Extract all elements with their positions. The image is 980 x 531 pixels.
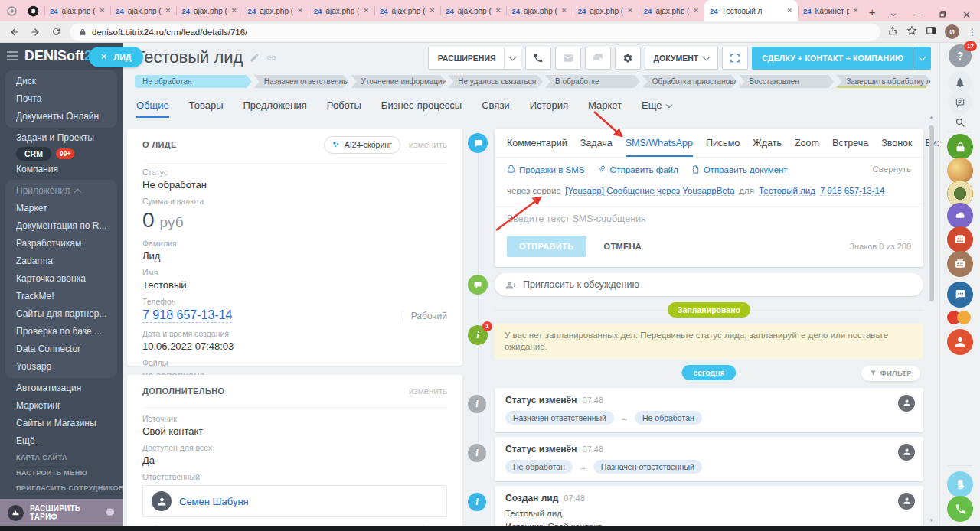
extensions-button[interactable]: РАСШИРЕНИЯ — [428, 47, 521, 70]
browser-extension-icon[interactable] — [24, 2, 41, 19]
call-button[interactable] — [525, 47, 551, 70]
sidebar-item[interactable]: TrackMe! — [5, 288, 117, 305]
sidebar-item[interactable]: Zadarma — [5, 252, 117, 270]
crm-brown-app-icon[interactable] — [947, 251, 973, 277]
edit-pencil-icon[interactable] — [250, 47, 260, 67]
edit-about-link[interactable]: изменить — [409, 140, 447, 149]
tab-close-icon[interactable]: ✕ — [853, 7, 859, 15]
address-bar[interactable]: denisoft.bitrix24.ru/crm/lead/details/71… — [70, 24, 880, 41]
payments-app-icon[interactable] — [947, 309, 973, 326]
sidebar-item[interactable]: Диск — [5, 73, 117, 90]
activity-tab[interactable]: Письмо — [706, 129, 740, 157]
tab-close-icon[interactable]: ✕ — [495, 7, 501, 15]
sidebar-footer-link[interactable]: НАСТРОИТЬ МЕНЮ — [0, 465, 122, 481]
bookmark-star-icon[interactable] — [906, 25, 917, 39]
contact-app-icon[interactable] — [947, 329, 973, 355]
entry-author-avatar[interactable] — [898, 395, 915, 412]
scroll-down-icon[interactable]: ▼ — [928, 518, 935, 523]
lead-tag-pill[interactable]: ✕ ЛИД — [89, 47, 143, 67]
lead-tab[interactable]: Товары — [189, 99, 224, 118]
browser-tab[interactable]: 24 ajax.php (94 ✕ — [506, 0, 572, 21]
collapse-link[interactable]: Свернуть — [873, 165, 911, 174]
sidebar-item[interactable]: Документация по R... — [5, 217, 117, 235]
responsible-name-link[interactable]: Семен Шабуня — [179, 496, 249, 507]
browser-tab[interactable]: 24 ajax.php (96 ✕ — [440, 0, 506, 21]
browser-tab[interactable]: 24 ajax.php (97 ✕ — [573, 0, 639, 21]
pipeline-stage[interactable]: Уточнение информации — [351, 75, 446, 88]
lead-tab[interactable]: История — [530, 99, 568, 118]
lead-tab[interactable]: Связи — [482, 99, 509, 118]
sidebar-item[interactable]: Сайты и Магазины — [0, 415, 122, 432]
browser-tab[interactable]: 24 ajax.php (64 ✕ — [110, 0, 176, 21]
entry-author-avatar[interactable] — [898, 444, 915, 461]
lead-tab[interactable]: Бизнес-процессы — [381, 99, 462, 118]
cloud-time-app-icon[interactable] — [947, 203, 973, 229]
create-deal-contact-company-button[interactable]: СДЕЛКУ + КОНТАКТ + КОМПАНИЮ — [752, 47, 931, 70]
sidebar-item-company[interactable]: Компания — [0, 161, 122, 178]
share-icon[interactable] — [887, 25, 898, 39]
pipeline-stage[interactable]: Не удалось связаться — [448, 75, 543, 88]
edit-additional-link[interactable]: изменить — [409, 386, 447, 396]
ai-scoring-button[interactable]: AI24-скоринг — [324, 136, 400, 154]
menu-burger-icon[interactable] — [7, 55, 18, 57]
scroll-up-icon[interactable]: ▲ — [928, 115, 935, 119]
window-minimize-button[interactable]: — — [913, 10, 923, 19]
lead-tab[interactable]: Еще — [642, 99, 671, 118]
activity-tab[interactable]: Звонок — [881, 129, 912, 157]
sidebar-item[interactable]: Сайты для партнер... — [5, 305, 117, 323]
tab-search-chevron-icon[interactable] — [890, 8, 897, 21]
activity-tab[interactable]: Комментарий — [507, 129, 567, 157]
browser-tab[interactable]: 24 ajax.php (42 ✕ — [176, 0, 242, 21]
lead-tab[interactable]: Роботы — [327, 99, 361, 118]
tab-close-icon[interactable]: ✕ — [231, 7, 237, 15]
sidebar-item-tasks[interactable]: Задачи и Проекты — [0, 129, 122, 147]
tab-close-icon[interactable]: ✕ — [165, 7, 172, 15]
timeline-scrollbar[interactable]: ▲ ▼ — [928, 115, 935, 523]
lead-tab[interactable]: Маркет — [588, 99, 622, 118]
back-icon[interactable] — [8, 25, 21, 39]
today-badge[interactable]: сегодня — [681, 365, 736, 380]
tab-close-icon[interactable]: ✕ — [561, 7, 567, 15]
search-icon[interactable] — [949, 111, 972, 134]
lead-tab[interactable]: Общие — [136, 99, 169, 118]
tab-close-icon[interactable]: ✕ — [627, 7, 633, 15]
sidebar-item[interactable]: Документы Онлайн — [5, 108, 117, 125]
tab-close-icon[interactable]: ✕ — [363, 7, 369, 15]
invite-discussion-input[interactable]: Пригласить к обсуждению — [495, 273, 923, 296]
reload-icon[interactable] — [49, 25, 63, 39]
filter-button[interactable]: ФИЛЬТР — [861, 366, 920, 381]
lead-tab[interactable]: Предложения — [243, 99, 306, 118]
sidebar-item[interactable]: Yousapp — [5, 358, 117, 376]
activity-tab[interactable]: SMS/WhatsApp — [626, 129, 693, 157]
help-icon[interactable]: ? 17 — [949, 44, 972, 67]
timeline-entry[interactable]: i Статус изменён 07:48 Не обработан → На… — [464, 437, 923, 481]
security-lock-app-icon[interactable] — [947, 134, 973, 160]
browser-tab[interactable]: 24 Тестовый л ✕ — [704, 0, 798, 21]
cancel-button[interactable]: ОТМЕНА — [599, 241, 646, 252]
activity-tab[interactable]: Задача — [580, 129, 612, 157]
pipeline-stage[interactable]: Завершить обработку ли... — [836, 75, 931, 88]
timeline-entry[interactable]: i Статус изменён 07:48 Назначен ответств… — [464, 388, 923, 432]
window-close-button[interactable]: ✕ — [962, 10, 971, 20]
sidebar-item[interactable]: Проверка по базе ... — [5, 323, 117, 340]
sidebar-item[interactable]: Карточка звонка — [5, 270, 117, 288]
activity-tab[interactable]: Zoom — [795, 129, 819, 157]
browser-profile-avatar[interactable]: И — [945, 24, 959, 39]
sidebar-item[interactable]: Маркет — [5, 200, 117, 217]
fullscreen-button[interactable] — [722, 47, 748, 70]
timeline-entry[interactable]: i Создан лид 07:48 Тестовый лид Источник… — [464, 486, 923, 526]
sidebar-item[interactable]: Автоматизация — [0, 380, 122, 397]
upgrade-plan-button[interactable]: РАСШИРИТЬ ТАРИФ — [0, 499, 122, 526]
chat-button[interactable] — [585, 47, 611, 70]
responsible-box[interactable]: Семен Шабуня — [142, 485, 447, 517]
sum-value[interactable]: 0 — [142, 208, 155, 232]
browser-tab[interactable]: 24 ajax.php (88 ✕ — [309, 0, 374, 21]
sidebar-item[interactable]: Маркетинг — [0, 397, 122, 415]
browser-tab[interactable]: 24 ajax.php (61 ✕ — [44, 0, 110, 21]
sms-text-input[interactable] — [495, 204, 923, 234]
link-icon[interactable] — [266, 47, 276, 67]
sidebar-item[interactable]: Data Connector — [5, 340, 117, 358]
browser-logo-icon[interactable] — [3, 2, 20, 19]
send-file-link[interactable]: Отправить файл — [597, 165, 678, 174]
sms-phone-link[interactable]: 7 918 657-13-14 — [820, 186, 884, 196]
